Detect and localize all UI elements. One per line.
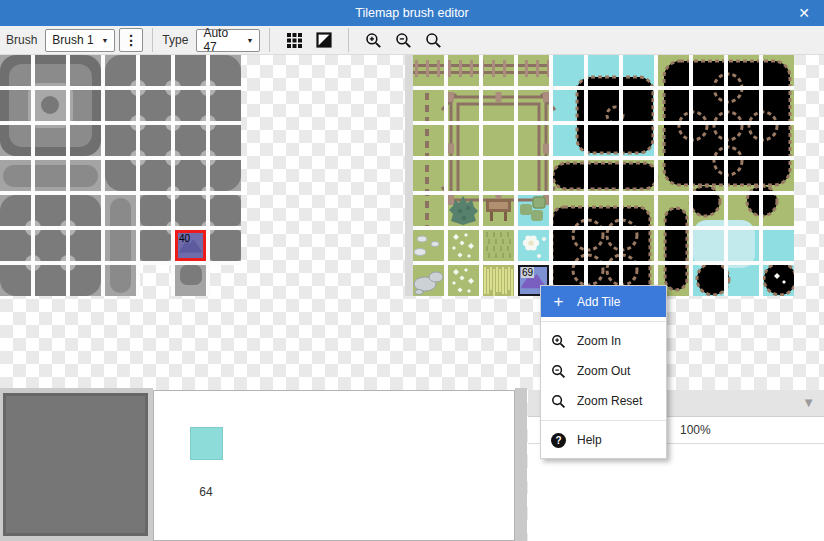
toolbar: Brush Brush 1 ▼ ⋮ Type Auto 47 ▼ [0, 26, 824, 55]
menu-item-label: Zoom Reset [577, 394, 642, 408]
tile-preview-panel [153, 390, 515, 541]
zoom-in-button[interactable] [361, 28, 385, 52]
preview-tile[interactable] [190, 427, 223, 460]
menu-separator [541, 420, 666, 421]
brush-preview-box [3, 393, 148, 536]
menu-item-zoom-out[interactable]: Zoom Out [541, 356, 666, 386]
zoom-out-icon [551, 364, 566, 379]
zoom-out-icon [395, 32, 412, 49]
plus-icon: + [551, 294, 566, 309]
chevron-down-icon: ▼ [101, 37, 108, 44]
menu-item-label: Help [577, 433, 602, 447]
type-dropdown[interactable]: Auto 47 ▼ [196, 29, 260, 52]
kebab-menu-icon: ⋮ [124, 32, 138, 48]
dropdown-arrow-icon: ▼ [802, 395, 815, 410]
brush-overflow-menu-button[interactable]: ⋮ [119, 28, 143, 52]
brush-label: Brush [6, 33, 37, 47]
zoom-reset-icon [551, 394, 566, 409]
brush-dropdown[interactable]: Brush 1 ▼ [45, 29, 115, 52]
chevron-down-icon: ▼ [246, 37, 253, 44]
selected-tileset-tile-id: 69 [521, 267, 534, 278]
title-bar: Tilemap brush editor ✕ [0, 0, 824, 26]
close-icon[interactable]: ✕ [792, 0, 816, 26]
type-label: Type [162, 33, 188, 47]
menu-item-help[interactable]: ? Help [541, 425, 666, 455]
window-title: Tilemap brush editor [355, 6, 468, 20]
menu-item-add-tile[interactable]: + Add Tile [541, 286, 666, 317]
zoom-reset-icon [425, 32, 442, 49]
grid-icon [286, 32, 303, 49]
menu-item-label: Zoom Out [577, 364, 630, 378]
context-menu: + Add Tile Zoom In Zoom Out Zoom Reset ?… [540, 285, 667, 459]
brush-dropdown-value: Brush 1 [52, 33, 93, 47]
toolbar-separator [348, 28, 349, 52]
mask-icon [316, 32, 332, 48]
grid-toggle-button[interactable] [282, 28, 306, 52]
selected-brush-tile-id: 40 [179, 233, 190, 244]
zoom-in-icon [365, 32, 382, 49]
menu-item-label: Zoom In [577, 334, 621, 348]
type-dropdown-value: Auto 47 [203, 26, 240, 54]
zoom-in-icon [551, 334, 566, 349]
bottom-splitter[interactable] [515, 388, 527, 541]
toolbar-separator [152, 28, 153, 52]
menu-item-zoom-in[interactable]: Zoom In [541, 326, 666, 356]
toolbar-separator [269, 28, 270, 52]
preview-tile-id: 64 [186, 485, 226, 499]
tilemap-brush-editor-window: Tilemap brush editor ✕ Brush Brush 1 ▼ ⋮… [0, 0, 824, 541]
help-icon: ? [551, 433, 566, 448]
menu-item-label: Add Tile [577, 295, 620, 309]
mask-toggle-button[interactable] [312, 28, 336, 52]
zoom-out-button[interactable] [391, 28, 415, 52]
menu-separator [541, 321, 666, 322]
tileset-grid[interactable] [413, 55, 794, 296]
panel-splitter[interactable] [405, 55, 413, 296]
selected-brush-tile[interactable]: 40 [175, 230, 206, 261]
menu-item-zoom-reset[interactable]: Zoom Reset [541, 386, 666, 416]
zoom-reset-button[interactable] [421, 28, 445, 52]
